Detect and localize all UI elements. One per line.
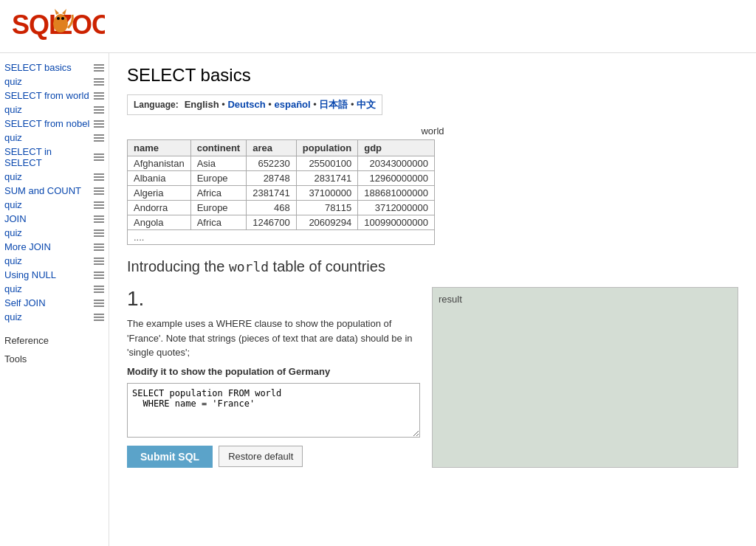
result-label: result	[439, 294, 462, 305]
bar	[94, 314, 104, 315]
table-cell: 78115	[296, 201, 357, 215]
sidebar-link-quiz-5[interactable]: quiz	[4, 199, 91, 210]
bar	[94, 300, 104, 301]
col-continent: continent	[190, 140, 247, 156]
table-cell: Africa	[190, 215, 247, 230]
sidebar-item-self-join[interactable]: Self JOIN	[0, 296, 109, 310]
bar	[94, 134, 104, 136]
bar	[94, 286, 104, 287]
table-cell: 37100000	[296, 186, 357, 201]
sidebar-item-using-null[interactable]: Using NULL	[0, 268, 109, 282]
sidebar-link-select-in-select[interactable]: SELECT in SELECT	[4, 146, 91, 168]
lang-sep-2: •	[268, 99, 274, 110]
sidebar-link-quiz-1[interactable]: quiz	[4, 76, 91, 87]
world-table-body: AfghanistanAsia6522302550010020343000000…	[128, 156, 435, 245]
bar	[94, 159, 104, 161]
bar	[94, 277, 104, 279]
submit-sql-button[interactable]: Submit SQL	[127, 446, 213, 468]
sidebar-item-select-nobel[interactable]: SELECT from nobel	[0, 117, 109, 131]
sidebar-item-quiz-5[interactable]: quiz	[0, 198, 109, 212]
table-cell: Asia	[190, 156, 247, 171]
sidebar-bars-1	[94, 78, 104, 86]
sidebar-item-quiz-2[interactable]: quiz	[0, 103, 109, 117]
sidebar-bars-11	[94, 229, 104, 237]
table-row: AlbaniaEurope28748283174112960000000	[128, 171, 435, 186]
sidebar-link-more-join[interactable]: More JOIN	[4, 241, 91, 252]
table-cell: 2381741	[247, 186, 297, 201]
sidebar-link-join[interactable]: JOIN	[4, 213, 91, 224]
bar	[94, 274, 104, 276]
sidebar-item-select-world[interactable]: SELECT from world	[0, 89, 109, 103]
bar	[94, 84, 104, 86]
sidebar-reference[interactable]: Reference	[0, 333, 109, 348]
sidebar-item-quiz-6[interactable]: quiz	[0, 226, 109, 240]
sidebar-link-using-null[interactable]: Using NULL	[4, 269, 91, 280]
bar	[94, 201, 104, 203]
sidebar-link-select-nobel[interactable]: SELECT from nobel	[4, 118, 91, 129]
restore-default-button[interactable]: Restore default	[219, 446, 303, 467]
table-cell: Afghanistan	[128, 156, 191, 171]
sidebar-link-quiz-7[interactable]: quiz	[4, 255, 91, 266]
sidebar-item-more-join[interactable]: More JOIN	[0, 240, 109, 254]
bar	[94, 106, 104, 108]
table-header-row: name continent area population gdp	[128, 140, 435, 156]
sidebar-link-quiz-8[interactable]: quiz	[4, 283, 91, 294]
sidebar-link-sum-count[interactable]: SUM and COUNT	[4, 185, 91, 196]
sidebar-link-self-join[interactable]: Self JOIN	[4, 297, 91, 308]
sidebar-item-quiz-9[interactable]: quiz	[0, 310, 109, 324]
bar	[94, 123, 104, 125]
sql-editor[interactable]	[127, 383, 420, 438]
lang-japanese[interactable]: 日本語	[319, 99, 348, 110]
sidebar-link-select-world[interactable]: SELECT from world	[4, 90, 91, 101]
table-ellipsis-row: ....	[128, 230, 435, 245]
sidebar-item-quiz-8[interactable]: quiz	[0, 282, 109, 296]
sidebar-item-select-basics[interactable]: SELECT basics	[0, 61, 109, 75]
table-cell: 188681000000	[358, 186, 435, 201]
table-row: AngolaAfrica124670020609294100990000000	[128, 215, 435, 230]
bar	[94, 232, 104, 234]
bar	[94, 246, 104, 248]
sidebar: SELECT basics quiz SELECT from world	[0, 53, 109, 546]
sidebar-link-quiz-2[interactable]: quiz	[4, 104, 91, 115]
sidebar-bars-6	[94, 153, 104, 161]
svg-point-6	[57, 17, 60, 20]
bar	[94, 176, 104, 178]
bar	[94, 193, 104, 195]
sidebar-item-quiz-1[interactable]: quiz	[0, 75, 109, 89]
sidebar-link-quiz-6[interactable]: quiz	[4, 227, 91, 238]
sidebar-item-select-in-select[interactable]: SELECT in SELECT	[0, 145, 109, 170]
bar	[94, 258, 104, 259]
sidebar-item-quiz-3[interactable]: quiz	[0, 131, 109, 145]
bar	[94, 179, 104, 181]
language-label: Language:	[134, 100, 179, 110]
table-cell: 1246700	[247, 215, 297, 230]
sidebar-item-quiz-4[interactable]: quiz	[0, 170, 109, 184]
sidebar-item-quiz-7[interactable]: quiz	[0, 254, 109, 268]
bar	[94, 221, 104, 223]
logo-container[interactable]: SQL ZOO	[9, 6, 105, 46]
sidebar-link-quiz-9[interactable]: quiz	[4, 311, 91, 322]
exercise-number: 1.	[127, 287, 420, 311]
sidebar-item-sum-count[interactable]: SUM and COUNT	[0, 184, 109, 198]
sidebar-link-quiz-4[interactable]: quiz	[4, 171, 91, 182]
bar	[94, 305, 104, 307]
sidebar-link-quiz-3[interactable]: quiz	[4, 132, 91, 143]
table-row: AfghanistanAsia6522302550010020343000000	[128, 156, 435, 171]
lang-espanol[interactable]: español	[275, 99, 311, 110]
table-cell: Europe	[190, 201, 247, 215]
table-cell: 468	[247, 201, 297, 215]
sidebar-bars-16	[94, 300, 104, 307]
lang-chinese[interactable]: 中文	[357, 99, 376, 110]
bar	[94, 78, 104, 80]
sidebar-item-join[interactable]: JOIN	[0, 212, 109, 226]
sidebar-link-select-basics[interactable]: SELECT basics	[4, 62, 91, 73]
sidebar-tools[interactable]: Tools	[0, 351, 109, 367]
world-table-section: world name continent area population gdp…	[127, 125, 738, 245]
bar	[94, 218, 104, 220]
table-cell: 3712000000	[358, 201, 435, 215]
lang-deutsch[interactable]: Deutsch	[227, 99, 265, 110]
table-cell: Albania	[128, 171, 191, 186]
col-name: name	[128, 140, 191, 156]
table-cell: Algeria	[128, 186, 191, 201]
sidebar-bars-13	[94, 258, 104, 265]
